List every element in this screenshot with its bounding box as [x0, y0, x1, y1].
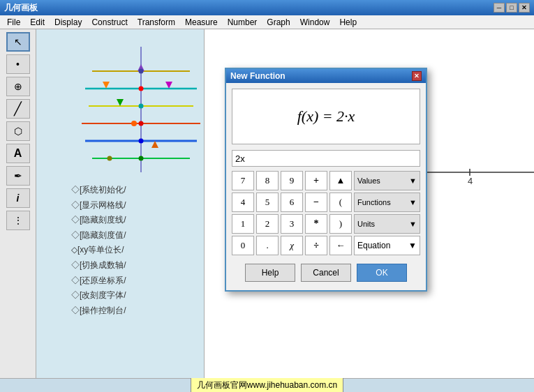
calc-0[interactable]: 0 — [232, 236, 254, 255]
menu-file[interactable]: File — [3, 16, 24, 29]
ok-button[interactable]: OK — [357, 264, 407, 282]
equation-dropdown[interactable]: Equation ▼ — [354, 236, 420, 255]
units-arrow: ▼ — [409, 220, 417, 228]
calc-close-paren[interactable]: ) — [329, 214, 352, 234]
menu-help[interactable]: Help — [335, 16, 361, 29]
menubar: File Edit Display Construct Transform Me… — [0, 15, 534, 29]
functions-arrow: ▼ — [409, 198, 417, 206]
dialog-close-button[interactable]: ✕ — [412, 71, 422, 81]
equation-arrow: ▼ — [408, 241, 417, 250]
minimize-button[interactable]: ─ — [494, 3, 505, 13]
app-window: 几何画板 ─ □ ✕ File Edit Display Construct T… — [0, 0, 534, 392]
dialog-body: f(x) = 2·x 7 8 9 + ▲ — [226, 83, 426, 290]
equation-label: Equation — [357, 241, 390, 250]
watermark: 几何画板官网www.jihehuaban.com.cn — [191, 377, 343, 392]
calc-8[interactable]: 8 — [256, 171, 279, 190]
calc-5[interactable]: 5 — [256, 193, 279, 212]
values-arrow: ▼ — [409, 176, 417, 185]
calc-7[interactable]: 7 — [232, 171, 254, 190]
values-button[interactable]: Values ▼ — [354, 171, 420, 190]
calc-up[interactable]: ▲ — [329, 171, 352, 190]
calc-open-paren[interactable]: ( — [329, 193, 352, 212]
functions-button[interactable]: Functions ▼ — [354, 193, 420, 212]
titlebar: 几何画板 ─ □ ✕ — [0, 0, 534, 15]
function-display: f(x) = 2·x — [232, 89, 420, 144]
info-tool[interactable]: i — [6, 188, 30, 208]
window-controls: ─ □ ✕ — [494, 3, 530, 13]
maximize-button[interactable]: □ — [506, 3, 517, 13]
calc-9[interactable]: 9 — [281, 171, 303, 190]
dialog-titlebar: New Function ✕ — [226, 69, 426, 83]
main-area: ↖ • ⊕ ╱ ⬡ A ✒ i ⋮ — [0, 29, 534, 378]
line-tool[interactable]: ╱ — [6, 99, 30, 119]
calc-x-var[interactable]: χ — [281, 236, 303, 255]
calc-1[interactable]: 1 — [232, 214, 254, 234]
values-label: Values — [357, 176, 380, 185]
menu-display[interactable]: Display — [50, 16, 86, 29]
calc-divide[interactable]: ÷ — [305, 236, 327, 255]
calc-backspace[interactable]: ← — [329, 236, 352, 255]
custom-tool[interactable]: ✒ — [6, 166, 30, 186]
menu-construct[interactable]: Construct — [87, 16, 131, 29]
polygon-tool[interactable]: ⬡ — [6, 121, 30, 141]
function-input[interactable] — [232, 150, 420, 167]
menu-graph[interactable]: Graph — [262, 16, 294, 29]
menu-measure[interactable]: Measure — [181, 16, 222, 29]
menu-window[interactable]: Window — [296, 16, 334, 29]
app-title: 几何画板 — [4, 2, 38, 14]
close-button[interactable]: ✕ — [519, 3, 530, 13]
text-tool[interactable]: A — [6, 144, 30, 163]
calc-multiply[interactable]: * — [305, 214, 327, 234]
menu-number[interactable]: Number — [223, 16, 262, 29]
help-button[interactable]: Help — [245, 264, 295, 282]
calc-3[interactable]: 3 — [281, 214, 303, 234]
left-toolbar: ↖ • ⊕ ╱ ⬡ A ✒ i ⋮ — [0, 29, 36, 378]
calc-dot[interactable]: . — [256, 236, 279, 255]
point-tool[interactable]: • — [6, 54, 30, 74]
calc-plus[interactable]: + — [305, 171, 327, 190]
units-button[interactable]: Units ▼ — [354, 214, 420, 234]
compass-tool[interactable]: ⊕ — [6, 77, 30, 96]
cancel-button[interactable]: Cancel — [301, 264, 351, 282]
function-expression: f(x) = 2·x — [297, 107, 355, 126]
calc-minus[interactable]: − — [305, 193, 327, 212]
calc-2[interactable]: 2 — [256, 214, 279, 234]
dialog-title: New Function — [230, 71, 285, 81]
arrow-tool[interactable]: ↖ — [6, 32, 30, 52]
content-area: ◇[系统初始化/ ◇[显示网格线/ ◇[隐藏刻度线/ ◇[隐藏刻度值/ ◇[xy… — [36, 29, 534, 378]
new-function-dialog: New Function ✕ f(x) = 2·x — [225, 68, 427, 292]
dialog-overlay: New Function ✕ f(x) = 2·x — [36, 29, 534, 378]
functions-label: Functions — [357, 198, 391, 206]
dialog-action-buttons: Help Cancel OK — [232, 261, 420, 285]
menu-transform[interactable]: Transform — [133, 16, 179, 29]
calc-4[interactable]: 4 — [232, 193, 254, 212]
menu-edit[interactable]: Edit — [26, 16, 49, 29]
more-tool[interactable]: ⋮ — [6, 211, 30, 230]
units-label: Units — [357, 220, 375, 228]
bottom-bar: 几何画板官网www.jihehuaban.com.cn — [0, 378, 534, 392]
calc-6[interactable]: 6 — [281, 193, 303, 212]
